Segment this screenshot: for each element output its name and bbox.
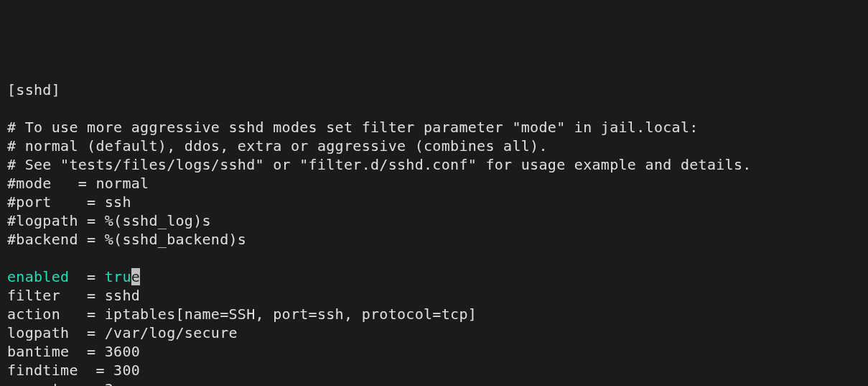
setting-findtime: findtime = 300: [7, 361, 861, 380]
enabled-key: enabled: [7, 268, 69, 285]
commented-setting-port: #port = ssh: [7, 193, 861, 211]
comment-line: # To use more aggressive sshd modes set …: [7, 118, 861, 137]
enabled-separator: =: [69, 268, 104, 285]
commented-setting-logpath: #logpath = %(sshd_log)s: [7, 211, 861, 230]
setting-action: action = iptables[name=SSH, port=ssh, pr…: [7, 305, 861, 323]
comment-line: # normal (default), ddos, extra or aggre…: [7, 137, 861, 155]
blank-line: [7, 249, 861, 267]
comment-line: # See "tests/files/logs/sshd" or "filter…: [7, 155, 861, 174]
setting-enabled: enabled = true: [7, 267, 861, 286]
setting-filter: filter = sshd: [7, 286, 861, 305]
config-section-header: [sshd]: [7, 81, 861, 99]
text-cursor: e: [131, 268, 140, 285]
setting-bantime: bantime = 3600: [7, 342, 861, 361]
setting-logpath: logpath = /var/log/secure: [7, 323, 861, 342]
enabled-value-prefix: tru: [105, 268, 131, 285]
commented-setting-backend: #backend = %(sshd_backend)s: [7, 230, 861, 249]
terminal-editor[interactable]: [sshd]# To use more aggressive sshd mode…: [7, 81, 861, 386]
commented-setting-mode: #mode = normal: [7, 174, 861, 193]
blank-line: [7, 99, 861, 118]
setting-maxretry: maxretry = 3: [7, 380, 861, 386]
